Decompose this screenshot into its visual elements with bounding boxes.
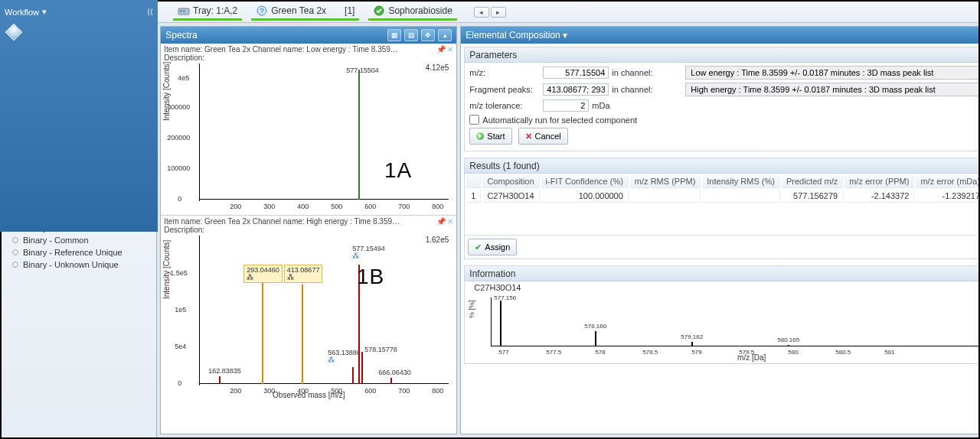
sidebar-item[interactable]: Binary - Common <box>5 234 153 246</box>
close-icon[interactable]: 📌 ✕ <box>436 45 454 54</box>
svg-rect-1 <box>180 10 182 12</box>
elemental-panel-header: Elemental Composition ▾ ▦ <box>461 27 980 44</box>
max-intensity-label: 1.62e5 <box>426 236 449 244</box>
yaxis-label: % [%] <box>468 300 475 318</box>
mz-field[interactable] <box>543 67 609 79</box>
information-section: Information▴ C27H30O14 ✥ % [%] 577.156 5… <box>464 265 980 364</box>
main-area: Spectra ▦ ▤ ✥ ▴ Item name: Green Tea 2x … <box>157 23 980 437</box>
xaxis-label: m/z [Da] <box>737 353 766 362</box>
callout-1b: 1B <box>357 265 384 289</box>
spectra-tool-1[interactable]: ▦ <box>387 29 401 41</box>
question-icon: ? <box>256 5 268 17</box>
assign-button[interactable]: ✔Assign <box>468 239 517 255</box>
tol-label: m/z tolerance: <box>469 101 540 110</box>
parameters-section: Parameters▴ m/z: in channel: Low energy … <box>464 47 980 151</box>
peak-577[interactable] <box>358 70 360 200</box>
crumb-compound[interactable]: Sophorabioside <box>368 3 456 21</box>
channel-select-2[interactable]: High energy : Time 8.3599 +/- 0.0187 min… <box>685 83 980 96</box>
spectra-panel-header: Spectra ▦ ▤ ✥ ▴ <box>161 27 456 44</box>
yaxis-label: Intensity [Counts] <box>162 62 171 121</box>
workflow-dropdown[interactable]: Workflow▾ ⟨⟨ <box>0 0 158 232</box>
svg-rect-2 <box>183 10 185 12</box>
crumb-nav: ◂ ▸ <box>474 7 506 18</box>
chart-1b[interactable]: Intensity [Counts] 1.62e5 0 5e4 1e5 1.5e… <box>164 234 453 398</box>
spectra-panel: Spectra ▦ ▤ ✥ ▴ Item name: Green Tea 2x … <box>160 26 457 434</box>
elemental-panel: Elemental Composition ▾ ▦ Parameters▴ m/… <box>460 26 980 434</box>
breadcrumb-strip: Workflow▾ ⟨⟨ Tray: 1:A,2 ? Green Tea 2x … <box>2 2 978 23</box>
fragment-label: Fragment peaks: <box>469 85 540 94</box>
results-table[interactable]: Compositioni-FIT Confidence (%)m/z RMS (… <box>465 174 980 204</box>
crumb-tray[interactable]: Tray: 1:A,2 <box>173 3 242 21</box>
sidebar-item[interactable]: Binary - Reference Unique <box>5 246 153 259</box>
close-icon[interactable]: 📌 ✕ <box>436 217 454 226</box>
fragment-field[interactable] <box>543 83 609 96</box>
mz-label: m/z: <box>469 68 540 77</box>
channel-select-1[interactable]: Low energy : Time 8.3599 +/- 0.0187 minu… <box>685 66 980 80</box>
crumb-prev-button[interactable]: ◂ <box>474 7 489 18</box>
start-button[interactable]: Start <box>469 128 511 145</box>
crumb-sample[interactable]: ? Green Tea 2x [1] <box>251 3 359 21</box>
spectra-collapse-button[interactable]: ▴ <box>438 29 452 41</box>
tray-icon <box>178 5 190 17</box>
crumb-next-button[interactable]: ▸ <box>491 7 506 18</box>
xaxis-label: Observed mass [m/z] <box>273 391 345 399</box>
svg-text:?: ? <box>260 7 264 15</box>
spectrum-b: Item name: Green Tea 2x Channel name: Hi… <box>161 216 456 399</box>
table-row[interactable]: 1C27H30O14100.000000577.156279-2.143372-… <box>466 190 980 203</box>
callout-1a: 1A <box>384 158 412 183</box>
chevron-down-icon: ▾ <box>42 7 47 17</box>
pin-icon[interactable]: ⟨⟨ <box>147 8 153 16</box>
spectrum-a: Item name: Green Tea 2x Channel name: Lo… <box>161 44 456 216</box>
check-icon <box>373 5 385 17</box>
info-formula: C27H30O14 <box>469 283 521 293</box>
max-intensity-label: 4.12e5 <box>426 63 449 72</box>
sidebar-item[interactable]: Binary - Unknown Unique <box>5 259 153 271</box>
cancel-button[interactable]: ✕Cancel <box>518 128 568 145</box>
tol-field[interactable] <box>543 99 589 112</box>
results-section: Results (1 found)▴ Compositioni-FIT Conf… <box>464 158 980 259</box>
chart-1a[interactable]: Intensity [Counts] 4.12e5 0 100000 20000… <box>164 62 453 213</box>
chart-1e[interactable]: % [%] 577.156 578.160 579.162 580.165 58… <box>465 294 980 363</box>
auto-run-checkbox[interactable] <box>469 115 479 125</box>
spectra-tool-2[interactable]: ▤ <box>404 29 418 41</box>
spectra-tool-3[interactable]: ✥ <box>421 29 435 41</box>
